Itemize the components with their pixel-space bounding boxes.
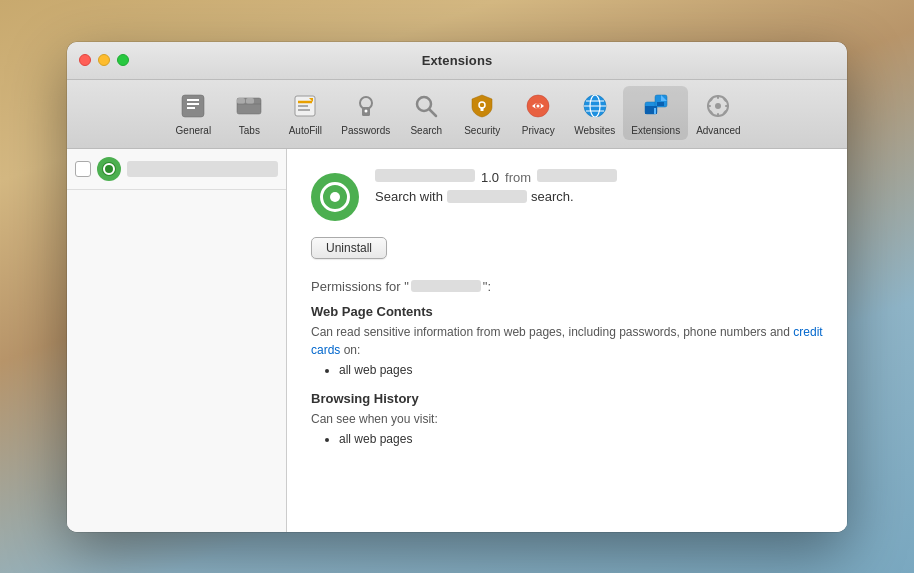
websites-label: Websites [574,125,615,136]
sidebar-list [67,190,286,532]
svg-point-14 [364,109,367,112]
svg-rect-18 [481,107,484,111]
web-page-contents-desc: Can read sensitive information from web … [311,323,823,359]
toolbar-item-search[interactable]: Search [398,86,454,140]
svg-rect-33 [707,105,711,107]
passwords-label: Passwords [341,125,390,136]
sidebar-checkbox[interactable] [75,161,91,177]
maximize-button[interactable] [117,54,129,66]
safari-preferences-window: Extensions General [67,42,847,532]
list-item-text: all web pages [339,363,412,377]
toolbar-item-general[interactable]: General [165,86,221,140]
extension-from-placeholder [537,169,617,182]
main-content: 1.0 from Search with search. Uninstall P… [67,149,847,532]
search-icon [410,90,442,122]
credit-cards-link[interactable]: credit cards [311,325,823,357]
toolbar-item-passwords[interactable]: Passwords [333,86,398,140]
security-label: Security [464,125,500,136]
toolbar-item-advanced[interactable]: Advanced [688,86,748,140]
browsing-history-desc: Can see when you visit: [311,410,823,428]
search-with-text: Search with [375,189,443,204]
extension-info: 1.0 from Search with search. [375,169,823,208]
toolbar-item-privacy[interactable]: Privacy [510,86,566,140]
svg-line-16 [430,109,437,116]
svg-rect-6 [246,98,254,104]
passwords-icon [350,90,382,122]
web-page-contents-title: Web Page Contents [311,304,823,319]
web-page-contents-list: all web pages [311,363,823,377]
svg-point-30 [715,103,721,109]
list-item: all web pages [339,432,823,446]
list-item: all web pages [339,363,823,377]
web-page-contents-category: Web Page Contents Can read sensitive inf… [311,304,823,377]
browsing-history-list: all web pages [311,432,823,446]
extension-header: 1.0 from Search with search. [311,169,823,221]
toolbar-item-autofill[interactable]: AutoFill [277,86,333,140]
extensions-label: Extensions [631,125,680,136]
toolbar: General Tabs [67,80,847,149]
list-item-text: all web pages [339,432,412,446]
permissions-section: Permissions for " ": Web Page Contents C… [311,279,823,446]
toolbar-item-websites[interactable]: Websites [566,86,623,140]
general-label: General [176,125,212,136]
svg-rect-34 [725,105,729,107]
extension-version: 1.0 [481,170,499,185]
browsing-history-category: Browsing History Can see when you visit:… [311,391,823,446]
extension-name-placeholder [375,169,475,182]
toolbar-item-tabs[interactable]: Tabs [221,86,277,140]
advanced-label: Advanced [696,125,740,136]
sidebar-toolbar [67,149,286,190]
autofill-label: AutoFill [289,125,322,136]
window-title: Extensions [422,53,493,68]
websites-icon [579,90,611,122]
search-label: Search [410,125,442,136]
extension-detail-panel: 1.0 from Search with search. Uninstall P… [287,149,847,532]
svg-rect-5 [237,98,245,104]
extension-search-name-placeholder [447,190,527,203]
minimize-button[interactable] [98,54,110,66]
privacy-icon [522,90,554,122]
search-suffix-text: search. [531,189,574,204]
titlebar: Extensions [67,42,847,80]
general-icon [177,90,209,122]
permissions-for-suffix: ": [483,279,491,294]
toolbar-item-extensions[interactable]: Extensions [623,86,688,140]
toolbar-item-security[interactable]: Security [454,86,510,140]
autofill-icon [289,90,321,122]
advanced-icon [702,90,734,122]
svg-point-21 [537,104,540,107]
permissions-for-prefix: Permissions for " [311,279,409,294]
sidebar-item-name-placeholder [127,161,278,177]
tabs-icon [233,90,265,122]
security-icon [466,90,498,122]
privacy-label: Privacy [522,125,555,136]
tabs-label: Tabs [239,125,260,136]
permissions-header: Permissions for " ": [311,279,823,294]
sidebar-extension-icon [97,157,121,181]
svg-rect-32 [717,113,719,117]
permissions-name-placeholder [411,280,481,292]
close-button[interactable] [79,54,91,66]
svg-rect-31 [717,95,719,99]
svg-rect-0 [182,95,204,117]
extension-search-row: Search with search. [375,189,823,204]
extension-icon-inner [320,182,350,212]
uninstall-button[interactable]: Uninstall [311,237,387,259]
browsing-history-title: Browsing History [311,391,823,406]
extension-icon [311,173,359,221]
extension-from-label: from [505,170,531,185]
sidebar [67,149,287,532]
traffic-lights [79,54,129,66]
extensions-icon [640,90,672,122]
extension-name-row: 1.0 from [375,169,823,185]
